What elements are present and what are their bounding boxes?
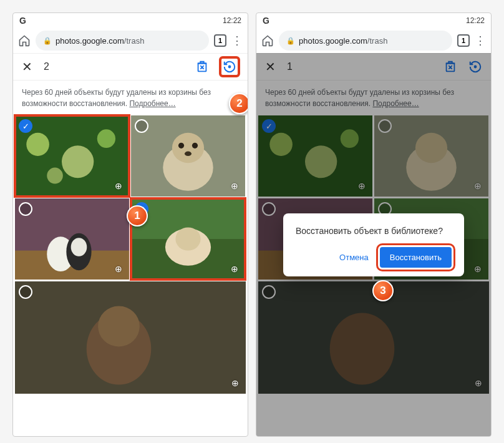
selection-toolbar: ✕ 2 (13, 53, 248, 80)
svg-point-11 (192, 143, 198, 148)
dialog-message: Восстановить объект в библиотеке? (296, 226, 452, 236)
url-path: /trash (367, 36, 388, 46)
zoom-icon[interactable]: ⊕ (112, 262, 125, 276)
svg-point-6 (47, 168, 63, 184)
checkmark-icon[interactable] (19, 285, 32, 299)
lock-icon: 🔒 (286, 37, 295, 45)
photo-thumb[interactable]: ⊕ (131, 115, 245, 197)
svg-point-5 (97, 129, 115, 148)
restore-dialog: Восстановить объект в библиотеке? Отмена… (283, 213, 464, 276)
svg-point-25 (98, 306, 140, 347)
url-bar[interactable]: 🔒 photos.google.com/trash (279, 31, 452, 51)
annotation-step-1: 1 (127, 205, 148, 226)
annotation-step-3: 3 (372, 280, 394, 301)
browser-bar: 🔒 photos.google.com/trash 1 ⋮ (256, 28, 491, 53)
url-path: /trash (124, 36, 145, 46)
phone-screen-left: G 12:22 🔒 photos.google.com/trash 1 ⋮ ✕ … (12, 12, 248, 437)
checkmark-icon[interactable] (19, 202, 32, 216)
tab-count[interactable]: 1 (457, 34, 470, 47)
photo-thumb[interactable]: ✓ ⊕ (131, 198, 245, 280)
url-domain: photos.google.com (299, 36, 367, 46)
checkmark-icon[interactable]: ✓ (19, 119, 32, 133)
zoom-icon[interactable]: ⊕ (228, 376, 242, 390)
clock: 12:22 (223, 16, 241, 25)
cancel-button[interactable]: Отмена (333, 248, 375, 267)
svg-point-4 (62, 145, 94, 178)
checkmark-icon[interactable] (135, 119, 148, 133)
home-icon[interactable] (18, 34, 31, 47)
browser-bar: 🔒 photos.google.com/trash 1 ⋮ (13, 28, 248, 53)
selected-count: 2 (44, 61, 184, 72)
url-bar[interactable]: 🔒 photos.google.com/trash (36, 31, 209, 51)
svg-point-10 (178, 143, 184, 148)
svg-point-12 (185, 152, 191, 156)
status-bar: G 12:22 (256, 13, 491, 28)
clock: 12:22 (466, 16, 485, 25)
photo-thumb[interactable]: ⊕ (15, 198, 129, 280)
browser-menu-icon[interactable]: ⋮ (231, 34, 243, 47)
svg-point-17 (71, 238, 87, 256)
confirm-button[interactable]: Восстановить (380, 247, 452, 268)
photo-thumb[interactable]: ⊕ (15, 281, 246, 394)
url-domain: photos.google.com (56, 36, 124, 46)
svg-point-3 (26, 133, 49, 156)
annotation-step-2: 2 (229, 93, 248, 114)
tab-count[interactable]: 1 (214, 34, 226, 47)
lock-icon: 🔒 (43, 37, 52, 45)
photo-thumb[interactable]: ✓ ⊕ (15, 115, 129, 197)
home-icon[interactable] (261, 34, 274, 47)
learn-more-link[interactable]: Подробнее… (129, 99, 175, 108)
trash-notice: Через 60 дней объекты будут удалены из к… (13, 80, 248, 115)
svg-point-1 (229, 66, 231, 68)
google-logo: G (19, 16, 26, 26)
svg-point-21 (175, 227, 200, 250)
svg-point-9 (172, 133, 204, 163)
google-logo: G (263, 16, 269, 26)
zoom-icon[interactable]: ⊕ (228, 262, 241, 276)
status-bar: G 12:22 (13, 13, 248, 28)
photo-grid: ✓ ⊕ ⊕ ⊕ ✓ ⊕ ⊕ (13, 115, 248, 394)
browser-menu-icon[interactable]: ⋮ (475, 34, 486, 47)
delete-forever-icon[interactable] (195, 60, 209, 74)
restore-icon[interactable] (219, 56, 240, 77)
modal-overlay: Восстановить объект в библиотеке? Отмена… (256, 53, 491, 436)
zoom-icon[interactable]: ⊕ (112, 179, 125, 193)
close-icon[interactable]: ✕ (22, 59, 32, 74)
dialog-buttons: Отмена Восстановить (296, 247, 452, 268)
zoom-icon[interactable]: ⊕ (228, 179, 241, 193)
phone-screen-right: G 12:22 🔒 photos.google.com/trash 1 ⋮ ✕ … (256, 12, 492, 437)
